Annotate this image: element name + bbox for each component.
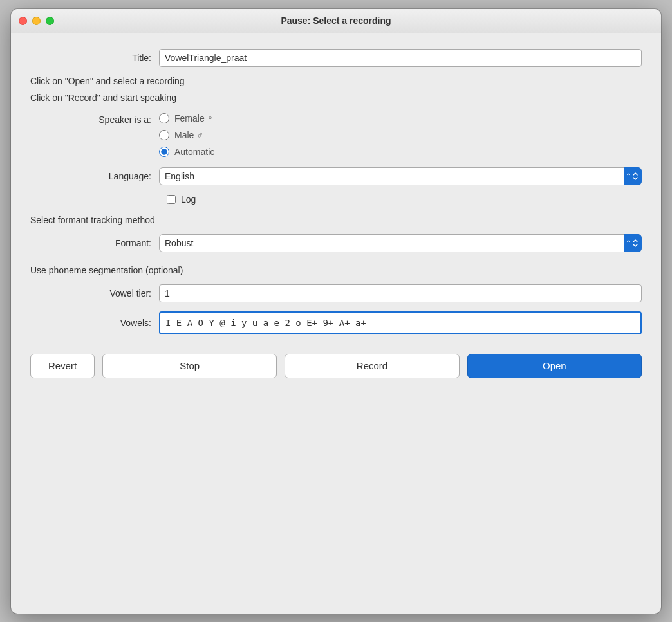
vowels-label: Vowels: bbox=[30, 318, 159, 328]
radio-male-input[interactable] bbox=[159, 130, 169, 140]
radio-female[interactable]: Female ♀ bbox=[159, 113, 214, 123]
formant-select[interactable]: Robust Standard bbox=[159, 234, 642, 252]
language-select[interactable]: English Dutch French German Spanish bbox=[159, 167, 642, 185]
log-label: Log bbox=[181, 194, 196, 205]
info-line-2: Click on "Record" and start speaking bbox=[30, 93, 642, 103]
speaker-section: Speaker is a: Female ♀ Male ♂ Automatic bbox=[30, 113, 642, 157]
window-title: Pause: Select a recording bbox=[281, 15, 391, 26]
stop-button[interactable]: Stop bbox=[102, 354, 277, 378]
vowels-input[interactable] bbox=[159, 311, 642, 334]
language-row: Language: English Dutch French German Sp… bbox=[30, 167, 642, 185]
log-checkbox[interactable] bbox=[167, 195, 176, 204]
bottom-buttons: Revert Stop Record Open bbox=[30, 347, 642, 378]
minimize-button[interactable] bbox=[32, 17, 41, 25]
radio-automatic-input[interactable] bbox=[159, 147, 169, 157]
radio-female-input[interactable] bbox=[159, 113, 169, 123]
traffic-lights bbox=[19, 17, 54, 25]
dialog-window: Pause: Select a recording Title: Click o… bbox=[11, 9, 661, 614]
open-button[interactable]: Open bbox=[467, 354, 642, 378]
title-input[interactable] bbox=[159, 49, 642, 67]
info-line-1: Click on "Open" and select a recording bbox=[30, 76, 642, 86]
formant-select-wrapper: Robust Standard bbox=[159, 234, 642, 252]
radio-female-label: Female ♀ bbox=[174, 113, 214, 123]
log-row: Log bbox=[167, 194, 642, 205]
vowel-tier-row: Vowel tier: bbox=[30, 284, 642, 302]
vowels-row: Vowels: bbox=[30, 311, 642, 334]
formant-label: Formant: bbox=[30, 238, 159, 248]
radio-male[interactable]: Male ♂ bbox=[159, 130, 214, 140]
close-button[interactable] bbox=[19, 17, 27, 25]
revert-button[interactable]: Revert bbox=[30, 354, 95, 378]
dialog-content: Title: Click on "Open" and select a reco… bbox=[11, 33, 661, 614]
language-label: Language: bbox=[30, 171, 159, 181]
radio-automatic[interactable]: Automatic bbox=[159, 147, 214, 157]
title-label: Title: bbox=[30, 53, 159, 63]
phoneme-section-text: Use phoneme segmentation (optional) bbox=[30, 265, 642, 275]
title-row: Title: bbox=[30, 49, 642, 67]
record-button[interactable]: Record bbox=[285, 354, 459, 378]
title-bar: Pause: Select a recording bbox=[11, 9, 661, 33]
radio-automatic-label: Automatic bbox=[174, 147, 214, 157]
formant-row: Formant: Robust Standard bbox=[30, 234, 642, 252]
formant-section-text: Select formant tracking method bbox=[30, 215, 642, 225]
radio-male-label: Male ♂ bbox=[174, 130, 203, 140]
speaker-radio-group: Female ♀ Male ♂ Automatic bbox=[159, 113, 214, 157]
speaker-label: Speaker is a: bbox=[30, 113, 159, 125]
language-select-wrapper: English Dutch French German Spanish bbox=[159, 167, 642, 185]
vowel-tier-input[interactable] bbox=[159, 284, 642, 302]
vowel-tier-label: Vowel tier: bbox=[30, 288, 159, 298]
maximize-button[interactable] bbox=[46, 17, 54, 25]
